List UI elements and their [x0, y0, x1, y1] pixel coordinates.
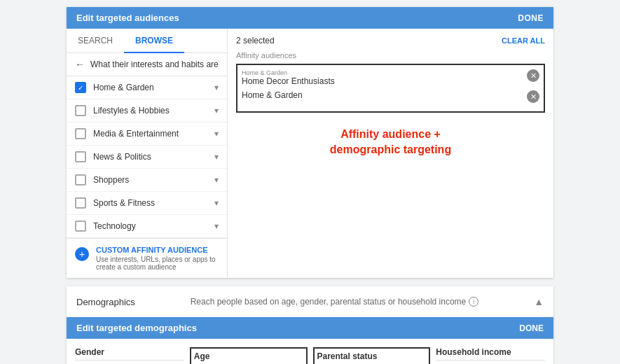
- category-list: Home & Garden ▾ Lifestyles & Hobbies ▾ M…: [67, 76, 227, 238]
- demographics-title: Demographics: [76, 297, 135, 307]
- gender-column: Gender Female Male Unknown i: [75, 347, 184, 364]
- chevron-icon-sports: ▾: [214, 198, 219, 208]
- selected-tag-1: Home & Garden ✕: [242, 90, 539, 103]
- demographics-header: Demographics Reach people based on age, …: [67, 296, 553, 317]
- panel-header: Edit targeted audiences DONE: [67, 7, 553, 29]
- tag-name-0: Home Decor Enthusiasts: [242, 76, 523, 86]
- custom-affinity-title: CUSTOM AFFINITY AUDIENCE: [96, 246, 219, 254]
- gender-title: Gender: [75, 347, 184, 360]
- parental-status-title: Parental status: [317, 351, 427, 364]
- remove-button-1[interactable]: ✕: [527, 90, 539, 103]
- checkbox-news[interactable]: [75, 151, 86, 162]
- chevron-icon-shoppers: ▾: [214, 175, 219, 185]
- checkbox-home-garden[interactable]: [75, 82, 86, 93]
- category-item-technology[interactable]: Technology ▾: [67, 215, 227, 238]
- checkbox-lifestyles[interactable]: [75, 105, 86, 116]
- chevron-icon-media: ▾: [214, 129, 219, 139]
- demo-panel-title: Edit targeted demographics: [76, 323, 197, 333]
- tab-browse[interactable]: BROWSE: [124, 29, 184, 52]
- plus-icon: +: [75, 247, 89, 261]
- tag-category-0: Home & Garden: [242, 69, 523, 76]
- category-item-shoppers[interactable]: Shoppers ▾: [67, 169, 227, 192]
- clear-all-button[interactable]: CLEAR ALL: [502, 36, 545, 45]
- age-column: Age 18 - 24 25 - 34 35 - 44 45 - 54: [190, 347, 308, 364]
- parental-status-column: Parental status Not a parent Parent Unkn…: [313, 347, 431, 364]
- edit-targeted-audiences-panel: Edit targeted audiences DONE SEARCH BROW…: [67, 7, 553, 278]
- done-button[interactable]: DONE: [518, 13, 544, 23]
- back-arrow-icon: ←: [75, 59, 85, 70]
- left-panel: SEARCH BROWSE ← What their interests and…: [67, 29, 228, 278]
- right-panel: 2 selected CLEAR ALL Affinity audiences …: [228, 29, 553, 278]
- category-item-home-garden[interactable]: Home & Garden ▾: [67, 76, 227, 99]
- remove-button-0[interactable]: ✕: [527, 69, 539, 82]
- selected-tag-0: Home & Garden Home Decor Enthusiasts ✕: [242, 69, 539, 86]
- checkbox-sports[interactable]: [75, 197, 86, 209]
- category-item-news[interactable]: News & Politics ▾: [67, 146, 227, 169]
- selected-tags-box: Home & Garden Home Decor Enthusiasts ✕ H…: [236, 64, 545, 113]
- chevron-icon-home-garden: ▾: [214, 83, 219, 92]
- selected-count-row: 2 selected CLEAR ALL: [236, 36, 545, 46]
- age-title: Age: [194, 351, 303, 364]
- collapse-icon[interactable]: ▲: [534, 296, 544, 307]
- checkbox-media[interactable]: [75, 128, 86, 139]
- tab-search[interactable]: SEARCH: [67, 29, 124, 52]
- checkbox-technology[interactable]: [75, 220, 86, 232]
- selected-count: 2 selected: [236, 36, 275, 46]
- category-item-sports[interactable]: Sports & Fitness ▾: [67, 192, 227, 215]
- affinity-section-label: Affinity audiences: [236, 51, 545, 59]
- demographics-section: Demographics Reach people based on age, …: [67, 286, 553, 364]
- panel-body: SEARCH BROWSE ← What their interests and…: [67, 29, 553, 278]
- demo-done-button[interactable]: DONE: [519, 323, 544, 333]
- chevron-icon-news: ▾: [214, 152, 219, 162]
- demo-panel: Edit targeted demographics DONE Gender F…: [67, 317, 553, 364]
- household-income-column: Household income Top 10% 11 - 20% 21 - 3…: [436, 347, 545, 364]
- chevron-icon-lifestyles: ▾: [214, 106, 219, 115]
- custom-affinity-row[interactable]: + CUSTOM AFFINITY AUDIENCE Use interests…: [67, 238, 227, 278]
- tag-name-1: Home & Garden: [242, 90, 523, 100]
- demo-panel-header: Edit targeted demographics DONE: [67, 317, 553, 339]
- annotation-text: Affinity audience + demographic targetin…: [236, 127, 545, 158]
- chevron-icon-technology: ▾: [214, 221, 219, 231]
- demo-columns: Gender Female Male Unknown i Age: [67, 339, 553, 364]
- info-icon: i: [469, 297, 478, 307]
- category-item-lifestyles[interactable]: Lifestyles & Hobbies ▾: [67, 99, 227, 122]
- demographics-description: Reach people based on age, gender, paren…: [191, 297, 479, 307]
- checkbox-shoppers[interactable]: [75, 174, 86, 186]
- household-income-title: Household income: [436, 347, 545, 360]
- tabs: SEARCH BROWSE: [67, 29, 227, 53]
- back-row[interactable]: ← What their interests and habits are: [67, 53, 227, 76]
- panel-title: Edit targeted audiences: [76, 13, 179, 23]
- category-item-media[interactable]: Media & Entertainment ▾: [67, 122, 227, 146]
- custom-affinity-desc: Use interests, URLs, places or apps to c…: [96, 255, 219, 271]
